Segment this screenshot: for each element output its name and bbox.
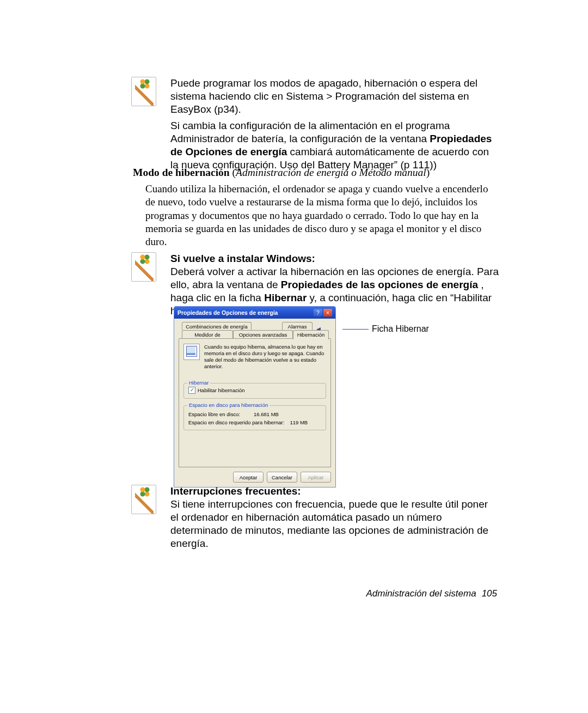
checkbox-icon: ✓ bbox=[188, 387, 195, 394]
note3-body: Si tiene interrupciones con frecuencia, … bbox=[170, 498, 497, 550]
note3-heading: Interrupciones frecuentes: bbox=[170, 485, 497, 498]
tab-hibernacion[interactable]: Hibernación bbox=[293, 330, 329, 339]
tab-combinaciones[interactable]: Combinaciones de energía bbox=[182, 322, 252, 330]
callout-ficha-hibernar: Ficha Hibernar bbox=[342, 324, 429, 334]
note-icon bbox=[131, 77, 156, 106]
page-number: 105 bbox=[482, 588, 497, 599]
apply-button[interactable]: Aplicar bbox=[301, 472, 331, 483]
tab-medidor[interactable]: Medidor de energía bbox=[182, 330, 233, 338]
note3-text: Interrupciones frecuentes: Si tiene inte… bbox=[170, 485, 497, 550]
mode-heading: Modo de hibernación (Administración de e… bbox=[133, 167, 509, 179]
footer-label: Administración del sistema bbox=[366, 588, 476, 599]
tab-body: Cuando su equipo hiberna, almacena lo qu… bbox=[179, 339, 331, 467]
power-options-dialog: Propiedades de Opciones de energía ? × C… bbox=[174, 306, 336, 487]
page-footer: Administración del sistema 105 bbox=[366, 588, 497, 599]
dialog-titlebar[interactable]: Propiedades de Opciones de energía ? × bbox=[174, 307, 335, 319]
group-hibernar-legend: Hibernar bbox=[187, 380, 210, 386]
note1-p1: Puede programar los modos de apagado, hi… bbox=[170, 77, 497, 116]
note-icon bbox=[131, 252, 156, 282]
tab-avanzadas[interactable]: Opciones avanzadas bbox=[233, 330, 293, 338]
hibernate-desc: Cuando su equipo hiberna, almacena lo qu… bbox=[204, 344, 326, 370]
note1-p2: Si cambia la configuración de la aliment… bbox=[170, 119, 497, 172]
dialog-title: Propiedades de Opciones de energía bbox=[177, 309, 278, 316]
mode-para: Cuando utiliza la hibernación, el ordena… bbox=[145, 182, 499, 249]
help-button[interactable]: ? bbox=[314, 309, 322, 316]
cancel-button[interactable]: Cancelar bbox=[267, 472, 297, 483]
required-space-row: Espacio en disco requerido para hibernar… bbox=[188, 419, 321, 425]
note-icon bbox=[131, 485, 156, 514]
ok-button[interactable]: Aceptar bbox=[233, 472, 264, 483]
tab-strip: Combinaciones de energía Alarmas Medidor… bbox=[179, 322, 331, 339]
note1-text: Puede programar los modos de apagado, hi… bbox=[170, 77, 497, 172]
group-disk-legend: Espacio en disco para hibernación bbox=[187, 402, 270, 408]
close-button[interactable]: × bbox=[323, 309, 332, 316]
tab-alarmas[interactable]: Alarmas bbox=[282, 322, 313, 330]
hibernate-icon bbox=[183, 344, 200, 360]
note2-heading: Si vuelve a instalar Windows: bbox=[170, 252, 499, 265]
free-space-row: Espacio libre en disco: 16.681 MB bbox=[188, 411, 321, 417]
enable-hibernate-checkbox[interactable]: ✓ Habilitar hibernación bbox=[188, 387, 321, 394]
